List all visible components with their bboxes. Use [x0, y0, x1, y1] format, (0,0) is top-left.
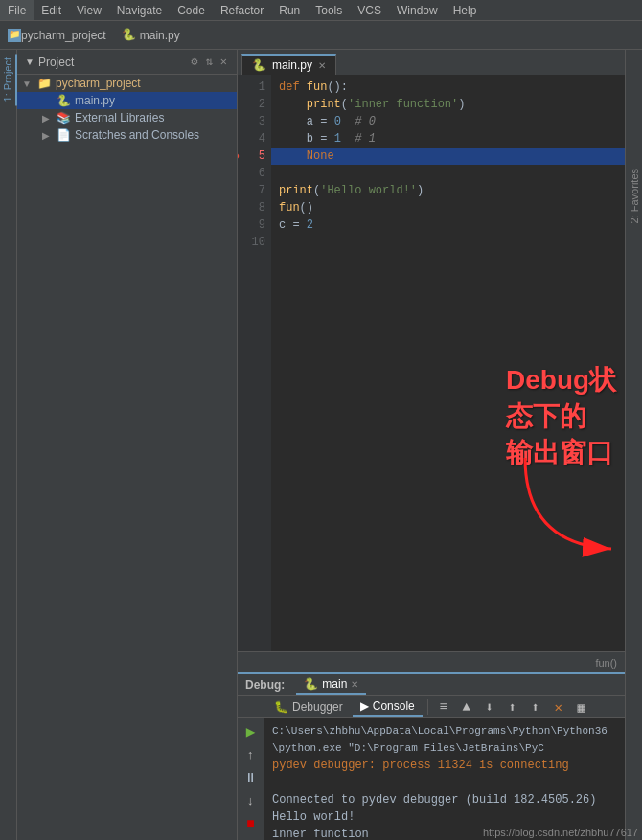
debug-tab-debugger[interactable]: 🐛 Debugger: [266, 696, 351, 717]
debug-tab-main-label: main: [322, 677, 347, 691]
line-num-5: ● 5: [241, 148, 265, 165]
debug-tab-python-icon: 🐍: [304, 677, 318, 691]
line-num-1: 1: [241, 79, 265, 96]
menubar: File Edit View Navigate Code Refactor Ru…: [0, 0, 642, 21]
code-line-5: None: [271, 148, 625, 165]
debug-btn-table[interactable]: ▦: [571, 696, 592, 717]
debug-toolbar: 🐛 Debugger ▶ Console ≡ ▲ ⬇ ⬆ ⬆ ✕ ▦: [238, 696, 625, 718]
debug-resume-btn[interactable]: ▶: [241, 722, 261, 741]
sidebar-title-label: Project: [38, 56, 74, 69]
line-num-9: 9: [241, 216, 265, 234]
debug-arrow-down-btn[interactable]: ↓: [241, 791, 261, 810]
menu-help[interactable]: Help: [446, 0, 485, 20]
line-num-6: 6: [241, 165, 265, 182]
sidebar-settings-icon[interactable]: ⚙: [189, 55, 199, 69]
debug-btn-stop[interactable]: ✕: [548, 696, 569, 717]
code-line-9: c = 2: [279, 216, 617, 234]
kw-none: None: [307, 149, 334, 163]
debug-btn-up[interactable]: ▲: [456, 696, 477, 717]
debug-pause-btn[interactable]: ⏸: [241, 768, 261, 787]
tree-item-root[interactable]: ▼ 📁 pycharm_project: [17, 75, 237, 92]
debug-btn-up2[interactable]: ⬆: [525, 696, 546, 717]
tree-arrow-extlib: ▶: [40, 113, 52, 124]
debugger-tab-label: Debugger: [292, 700, 343, 714]
code-line-1: def fun():: [279, 79, 617, 96]
menu-view[interactable]: View: [69, 0, 109, 20]
console-tab-icon: ▶: [360, 699, 369, 713]
scratch-icon: 📄: [56, 128, 71, 142]
debug-controls: ▶ ↑ ⏸ ↓ ■ ↩ 🔴 🖨 🗑 ⚙: [238, 718, 264, 840]
project-panel-tab[interactable]: 1: Project: [0, 54, 17, 105]
tree-item-extlib[interactable]: ▶ 📚 External Libraries: [17, 109, 237, 126]
code-area[interactable]: def fun(): print('inner function') a = 0…: [271, 75, 625, 651]
line-num-10: 10: [241, 234, 265, 251]
debug-label: Debug:: [245, 678, 285, 692]
extlib-icon: 📚: [56, 111, 71, 125]
tree-label-main: main.py: [75, 94, 115, 107]
editor-area: Debug状态下的 输出窗口: [238, 75, 625, 672]
editor-tab-python-icon: 🐍: [252, 58, 266, 72]
code-line-8: fun(): [279, 199, 617, 216]
python-file-icon: 🐍: [122, 28, 136, 42]
debug-tab-main[interactable]: 🐍 main ✕: [296, 674, 366, 695]
tree-arrow-scratch: ▶: [40, 130, 52, 141]
code-line-3: a = 0 # 0: [279, 113, 617, 130]
editor-tab-main[interactable]: 🐍 main.py ✕: [241, 54, 336, 75]
tree-label-root: pycharm_project: [56, 77, 141, 90]
tree-arrow-root: ▼: [21, 79, 33, 89]
editor-function-label: fun(): [595, 657, 617, 669]
python-file-icon-sidebar: 🐍: [56, 94, 71, 107]
debug-btn-down[interactable]: ⬇: [479, 696, 500, 717]
menu-refactor[interactable]: Refactor: [213, 0, 271, 20]
menu-run[interactable]: Run: [271, 0, 308, 20]
debug-arrow-up-btn[interactable]: ↑: [241, 745, 261, 764]
menu-code[interactable]: Code: [170, 0, 213, 20]
comment-a: # 0: [341, 115, 376, 128]
menu-edit[interactable]: Edit: [34, 0, 69, 20]
debug-tab-console[interactable]: ▶ Console: [353, 696, 423, 717]
str-hello: 'Hello world!': [320, 184, 417, 197]
sidebar-actions: ⚙ ⇅ ✕: [189, 55, 229, 69]
num-2: 2: [307, 218, 313, 232]
menu-vcs[interactable]: VCS: [350, 0, 389, 20]
fn-call-fun: fun: [279, 201, 300, 215]
project-dropdown-icon: ▼: [25, 57, 34, 67]
editor-tab-close[interactable]: ✕: [318, 60, 326, 71]
menu-file[interactable]: File: [0, 0, 34, 20]
debug-output-line-3: [272, 774, 617, 791]
tree-label-scratch: Scratches and Consoles: [75, 128, 199, 142]
fn-fun: fun: [307, 80, 328, 94]
menu-window[interactable]: Window: [389, 0, 446, 20]
debug-output-line-2: pydev debugger: process 11324 is connect…: [272, 757, 617, 774]
sidebar-content: ▼ 📁 pycharm_project 🐍 main.py ▶ 📚 Exte: [17, 75, 237, 840]
debugger-tab-icon: 🐛: [274, 700, 288, 714]
file-name[interactable]: main.py: [140, 29, 180, 42]
debug-output: C:\Users\zhbhu\AppData\Local\Programs\Py…: [264, 718, 625, 840]
editor-statusbar: fun(): [238, 651, 625, 672]
debug-btn-down2[interactable]: ⬆: [502, 696, 523, 717]
editor-debug-panel: 🐍 main.py ✕ Debug状态下的 输出窗口: [238, 50, 625, 840]
tree-label-extlib: External Libraries: [75, 111, 164, 125]
num-0: 0: [334, 115, 341, 128]
tree-item-main[interactable]: 🐍 main.py: [17, 92, 237, 109]
main-layout: 1: Project ▼ Project ⚙ ⇅ ✕ ▼ 📁: [0, 50, 642, 840]
debug-btn-list[interactable]: ≡: [433, 696, 454, 717]
debug-tab-close[interactable]: ✕: [351, 679, 358, 690]
menu-tools[interactable]: Tools: [308, 0, 350, 20]
str-inner: 'inner function': [348, 98, 458, 111]
sidebar-scroll-icon[interactable]: ⇅: [204, 55, 215, 69]
line-numbers: 1 2 3 4 ● 5 6 7 8 9 10: [238, 75, 271, 651]
debug-stop-btn[interactable]: ■: [241, 814, 261, 833]
kw-def: def: [279, 80, 307, 94]
line-num-3: 3: [241, 113, 265, 130]
tree-item-scratch[interactable]: ▶ 📄 Scratches and Consoles: [17, 126, 237, 144]
line-num-4: 4: [241, 130, 265, 148]
sidebar-gear-icon[interactable]: ✕: [218, 55, 229, 69]
folder-icon-root: 📁: [36, 77, 52, 90]
menu-navigate[interactable]: Navigate: [109, 0, 170, 20]
favorites-panel-tab[interactable]: 2: Favorites: [627, 165, 642, 227]
num-1: 1: [334, 132, 341, 146]
sidebar-title[interactable]: ▼ Project: [25, 56, 74, 69]
project-folder-icon: 📁: [8, 29, 21, 42]
code-line-7: print('Hello world!'): [279, 182, 617, 199]
